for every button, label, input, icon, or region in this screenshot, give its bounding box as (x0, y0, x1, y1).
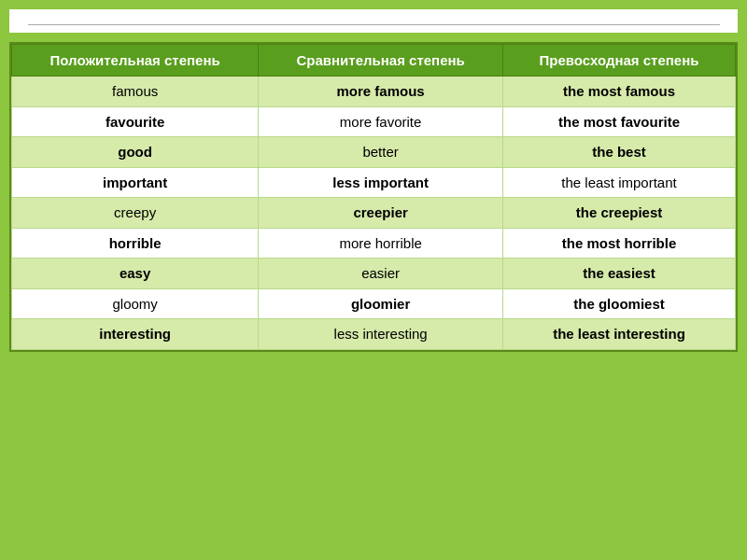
table-row: horriblemore horriblethe most horrible (12, 228, 736, 259)
cell-r2-c1: better (259, 137, 503, 168)
table-row: creepycreepierthe creepiest (12, 198, 736, 229)
table-row: gloomygloomierthe gloomiest (12, 288, 736, 319)
table-row: famousmore famousthe most famous (12, 77, 736, 107)
adjective-table: Положительная степень Сравнительная степ… (11, 44, 736, 350)
cell-r4-c2: the creepiest (502, 198, 735, 229)
header-divider (28, 24, 720, 25)
cell-r1-c1: more favorite (259, 106, 503, 137)
table-row: interestingless interestingthe least int… (12, 319, 736, 350)
cell-r1-c0: favourite (12, 106, 259, 137)
cell-r7-c1: gloomier (259, 288, 503, 319)
header-section (9, 9, 738, 33)
cell-r8-c1: less interesting (259, 319, 503, 350)
cell-r2-c0: good (12, 137, 259, 168)
table-wrapper: Положительная степень Сравнительная степ… (9, 42, 738, 352)
cell-r0-c2: the most famous (502, 77, 735, 107)
cell-r3-c2: the least important (502, 167, 735, 198)
cell-r7-c2: the gloomiest (502, 288, 735, 319)
table-row: importantless importantthe least importa… (12, 167, 736, 198)
col-header-superlative: Превосходная степень (502, 45, 735, 77)
col-header-positive: Положительная степень (12, 45, 259, 77)
table-row: easyeasierthe easiest (12, 259, 736, 289)
col-header-comparative: Сравнительная степень (259, 45, 503, 77)
cell-r8-c0: interesting (12, 319, 259, 350)
cell-r1-c2: the most favourite (502, 106, 735, 137)
cell-r6-c0: easy (12, 259, 259, 289)
table-row: goodbetterthe best (12, 137, 736, 168)
cell-r0-c0: famous (12, 77, 259, 107)
cell-r2-c2: the best (502, 137, 735, 168)
cell-r3-c0: important (12, 167, 259, 198)
cell-r6-c1: easier (259, 259, 503, 289)
cell-r8-c2: the least interesting (502, 319, 735, 350)
cell-r4-c0: creepy (12, 198, 259, 229)
cell-r6-c2: the easiest (502, 259, 735, 289)
table-row: favouritemore favoritethe most favourite (12, 106, 736, 137)
cell-r5-c0: horrible (12, 228, 259, 259)
table-header-row: Положительная степень Сравнительная степ… (12, 45, 736, 77)
cell-r0-c1: more famous (259, 77, 503, 107)
cell-r5-c2: the most horrible (502, 228, 735, 259)
cell-r4-c1: creepier (259, 198, 503, 229)
cell-r7-c0: gloomy (12, 288, 259, 319)
cell-r3-c1: less important (259, 167, 503, 198)
cell-r5-c1: more horrible (259, 228, 503, 259)
